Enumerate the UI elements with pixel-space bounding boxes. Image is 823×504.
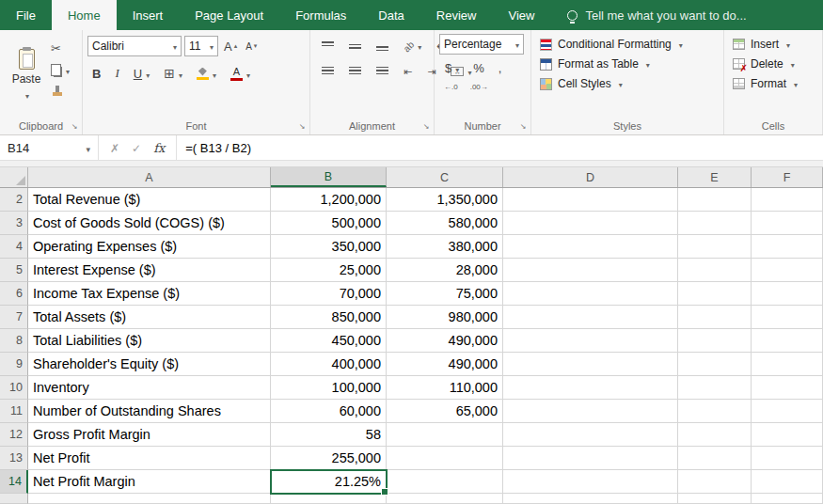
row-header-13[interactable]: 13	[0, 447, 28, 470]
row-header-5[interactable]: 5	[0, 259, 28, 282]
cell-F9[interactable]	[752, 353, 823, 376]
cell-B6[interactable]: 70,000	[271, 282, 387, 306]
cell-B8[interactable]: 450,000	[271, 329, 387, 353]
conditional-formatting-button[interactable]: Conditional Formatting	[536, 36, 719, 53]
cell-C7[interactable]: 980,000	[387, 306, 503, 329]
align-right-button[interactable]	[373, 65, 391, 78]
cell-styles-button[interactable]: Cell Styles	[536, 75, 719, 92]
number-format-select[interactable]: Percentage	[439, 34, 524, 55]
select-all-corner[interactable]	[0, 167, 28, 187]
paste-button[interactable]: Paste	[5, 34, 48, 117]
cell-D4[interactable]	[503, 235, 678, 259]
cell-F10[interactable]	[752, 376, 823, 400]
cell-E3[interactable]	[678, 212, 752, 235]
cell-E12[interactable]	[678, 423, 752, 447]
decrease-decimal-button[interactable]: .00→	[468, 82, 490, 92]
row-header-14[interactable]: 14	[0, 470, 28, 494]
tab-view[interactable]: View	[492, 0, 550, 30]
underline-button[interactable]: U	[131, 65, 152, 83]
font-name-select[interactable]: Calibri	[87, 36, 182, 56]
align-left-button[interactable]	[319, 65, 337, 78]
cell-C13[interactable]	[387, 447, 503, 470]
tell-me-box[interactable]: Tell me what you want to do...	[567, 0, 746, 30]
format-cells-button[interactable]: Format	[729, 75, 817, 92]
cell-F14[interactable]	[752, 470, 823, 494]
cell-D8[interactable]	[503, 329, 678, 353]
cell-A12[interactable]: Gross Profit Margin	[28, 423, 271, 447]
font-dialog-launcher[interactable]	[296, 121, 308, 133]
cell-D10[interactable]	[503, 376, 678, 400]
number-dialog-launcher[interactable]	[517, 121, 529, 133]
cell-D3[interactable]	[503, 212, 678, 235]
cell-F4[interactable]	[752, 235, 823, 259]
middle-align-button[interactable]	[346, 39, 364, 53]
cell-D5[interactable]	[503, 259, 678, 282]
cell-E13[interactable]	[678, 447, 752, 470]
cell-C11[interactable]: 65,000	[387, 400, 503, 423]
cell-F5[interactable]	[752, 259, 823, 282]
format-painter-button[interactable]	[48, 84, 72, 94]
cell-E10[interactable]	[678, 376, 752, 400]
row-header-3[interactable]: 3	[0, 212, 28, 235]
borders-button[interactable]	[161, 64, 185, 83]
cell-E7[interactable]	[678, 306, 752, 329]
cell-A11[interactable]: Number of Outstanding Shares	[28, 400, 271, 423]
cell-F2[interactable]	[752, 188, 823, 212]
row-header-11[interactable]: 11	[0, 400, 28, 423]
cell-F7[interactable]	[752, 306, 823, 329]
cell-A5[interactable]: Interest Expense ($)	[28, 259, 271, 282]
tab-page-layout[interactable]: Page Layout	[179, 0, 279, 30]
cell-D13[interactable]	[503, 447, 678, 470]
cell-A8[interactable]: Total Liabilities ($)	[28, 329, 271, 353]
cut-button[interactable]	[48, 39, 72, 57]
cell-A3[interactable]: Cost of Goods Sold (COGS) ($)	[28, 212, 271, 235]
cell-A13[interactable]: Net Profit	[28, 447, 271, 470]
cell-F11[interactable]	[752, 400, 823, 423]
cell-F3[interactable]	[752, 212, 823, 235]
column-header-a[interactable]: A	[28, 167, 271, 187]
cell-E9[interactable]	[678, 353, 752, 376]
cell-E4[interactable]	[678, 235, 752, 259]
tab-home[interactable]: Home	[52, 0, 117, 30]
cell-B12[interactable]: 58	[271, 423, 387, 447]
cell-E6[interactable]	[678, 282, 752, 306]
clipboard-dialog-launcher[interactable]	[69, 121, 80, 133]
cell-C3[interactable]: 580,000	[387, 212, 503, 235]
insert-cells-button[interactable]: Insert	[729, 36, 817, 53]
format-as-table-button[interactable]: Format as Table	[536, 55, 719, 72]
formula-input[interactable]: =( B13 / B2)	[177, 135, 823, 160]
fill-color-button[interactable]	[194, 65, 219, 83]
cell-D2[interactable]	[503, 188, 678, 212]
tab-insert[interactable]: Insert	[117, 0, 180, 30]
row-header-6[interactable]: 6	[0, 282, 28, 306]
tab-file[interactable]: File	[0, 0, 52, 30]
align-center-button[interactable]	[346, 65, 364, 78]
cell-B11[interactable]: 60,000	[271, 400, 387, 423]
percent-style-button[interactable]: %	[470, 59, 487, 77]
cell-B3[interactable]: 500,000	[271, 212, 387, 235]
increase-decimal-button[interactable]: ←.0	[442, 82, 460, 92]
orientation-button[interactable]: ab	[401, 38, 424, 55]
cell-C9[interactable]: 490,000	[387, 353, 503, 376]
font-size-select[interactable]: 11	[184, 36, 218, 56]
cell-D9[interactable]	[503, 353, 678, 376]
column-header-c[interactable]: C	[387, 167, 503, 187]
cell-C2[interactable]: 1,350,000	[387, 188, 503, 212]
cell-B2[interactable]: 1,200,000	[271, 188, 387, 212]
tab-data[interactable]: Data	[362, 0, 419, 30]
cell-C10[interactable]: 110,000	[387, 376, 503, 400]
cell-A4[interactable]: Operating Expenses ($)	[28, 235, 271, 259]
cell-A7[interactable]: Total Assets ($)	[28, 306, 271, 329]
cell-B7[interactable]: 850,000	[271, 306, 387, 329]
row-header-2[interactable]: 2	[0, 188, 28, 212]
tab-formulas[interactable]: Formulas	[279, 0, 362, 30]
cell-C12[interactable]	[387, 423, 503, 447]
tab-review[interactable]: Review	[420, 0, 493, 30]
decrease-indent-button[interactable]: ⇤	[401, 64, 415, 80]
top-align-button[interactable]	[319, 39, 337, 53]
cell-D6[interactable]	[503, 282, 678, 306]
cell-D7[interactable]	[503, 306, 678, 329]
row-header-8[interactable]: 8	[0, 329, 28, 353]
cancel-icon[interactable]	[110, 141, 119, 155]
cell-C14[interactable]	[387, 470, 503, 494]
